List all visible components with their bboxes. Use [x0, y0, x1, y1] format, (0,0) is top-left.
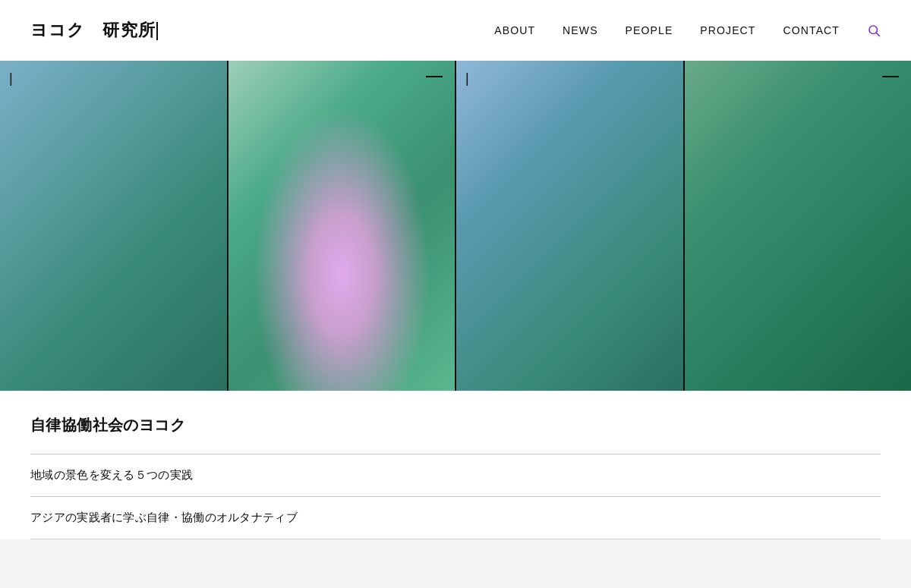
content-section: 自律協働社会のヨコク 地域の景色を変える５つの実践 アジアの実践者に学ぶ自律・協… — [0, 391, 911, 539]
nav-about[interactable]: ABOUT — [494, 24, 535, 36]
nav-project[interactable]: PROJECT — [700, 24, 755, 36]
logo-cursor — [156, 22, 158, 40]
svg-line-1 — [876, 33, 879, 36]
nav-contact[interactable]: CONTACT — [783, 24, 840, 36]
list-item-1[interactable]: 地域の景色を変える５つの実践 — [30, 454, 881, 496]
content-list: 地域の景色を変える５つの実践 アジアの実践者に学ぶ自律・協働のオルタナティブ — [30, 454, 881, 539]
logo-text: ヨコク 研究所 — [30, 20, 156, 39]
panel-2-dash-marker — [426, 76, 443, 77]
nav-news[interactable]: NEWS — [563, 24, 597, 36]
logo[interactable]: ヨコク 研究所 — [30, 19, 158, 42]
navigation: ABOUT NEWS PEOPLE PROJECT CONTACT — [494, 24, 881, 37]
content-title: 自律協働社会のヨコク — [30, 415, 881, 435]
hero-panel-3[interactable]: | — [456, 61, 683, 391]
search-icon[interactable] — [867, 24, 881, 37]
panel-4-dash-marker — [882, 76, 899, 77]
header: ヨコク 研究所 ABOUT NEWS PEOPLE PROJECT CONTAC… — [0, 0, 911, 61]
panel-3-marker: | — [465, 71, 469, 85]
hero-gallery: | | — [0, 61, 911, 391]
panel-1-marker: | — [9, 71, 13, 85]
nav-people[interactable]: PEOPLE — [626, 24, 673, 36]
hero-panel-1[interactable]: | — [0, 61, 227, 391]
hero-panel-4[interactable] — [685, 61, 912, 391]
hero-panel-2[interactable] — [229, 61, 456, 391]
list-item-2[interactable]: アジアの実践者に学ぶ自律・協働のオルタナティブ — [30, 496, 881, 539]
